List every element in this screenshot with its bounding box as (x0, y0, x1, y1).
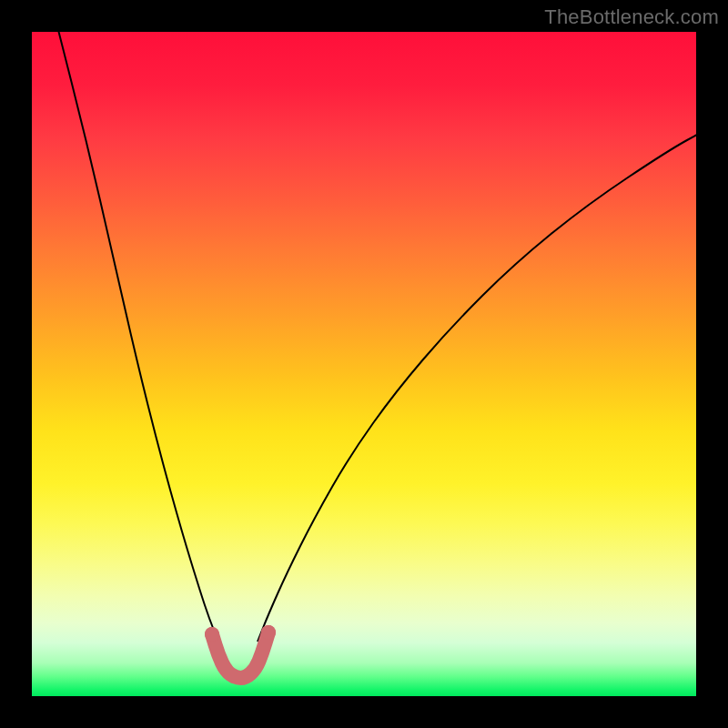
plot-area (32, 32, 696, 696)
gradient-background (32, 32, 696, 696)
watermark-text: TheBottleneck.com (544, 5, 719, 29)
chart-frame: TheBottleneck.com (0, 0, 728, 728)
